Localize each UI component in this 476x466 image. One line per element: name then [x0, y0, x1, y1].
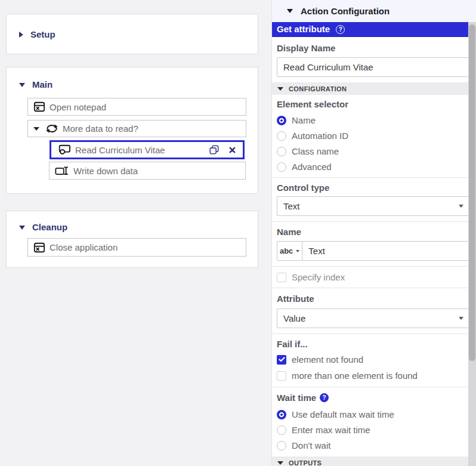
radio-label: Class name: [292, 146, 339, 157]
display-name-input[interactable]: [277, 57, 471, 77]
checkbox-label: element not found: [292, 354, 363, 365]
radio-label: Don't wait: [292, 440, 330, 451]
group-title: Cleanup: [32, 221, 67, 233]
flow-node-read-curriculum-vitae[interactable]: Read Curriculum Vitae: [50, 140, 245, 159]
radio-unselected-icon[interactable]: [277, 131, 286, 141]
checkbox-label: more than one element is found: [292, 370, 418, 381]
radio-option-class-name[interactable]: Class name: [277, 146, 471, 157]
node-label: Open notepad: [50, 102, 106, 112]
name-label: Name: [277, 226, 471, 237]
radio-option-advanced[interactable]: Advanced: [277, 161, 471, 172]
radio-label: Name: [292, 115, 316, 126]
configuration-bar-label: CONFIGURATION: [289, 85, 347, 92]
app-window-close-icon: [33, 101, 45, 113]
display-name-label: Display Name: [277, 42, 471, 54]
outputs-section-bar[interactable]: OUTPUTS: [272, 456, 476, 466]
workspace-canvas: Setup Main Open notepad: [0, 0, 271, 466]
action-configuration-panel: Action Configuration Get attribute ? Dis…: [271, 0, 476, 466]
chevron-down-icon: [19, 83, 25, 87]
element-capture-icon: [57, 144, 71, 156]
chevron-down-icon: [459, 317, 463, 320]
chevron-right-icon: [19, 32, 23, 38]
close-icon[interactable]: [228, 146, 236, 154]
control-type-select[interactable]: Text: [277, 196, 471, 216]
radio-option-enter-max-wait[interactable]: Enter max wait time: [277, 424, 471, 436]
control-type-value: Text: [283, 201, 300, 211]
divider: [272, 221, 476, 222]
checkbox-unchecked-icon[interactable]: [277, 371, 286, 381]
element-selector-section: Element selector Name Automation ID Clas…: [272, 98, 476, 172]
type-text-icon: [55, 166, 69, 176]
flow-node-open-notepad[interactable]: Open notepad: [27, 98, 246, 116]
group-card-cleanup: Cleanup Close application: [6, 211, 258, 268]
outputs-bar-label: OUTPUTS: [289, 459, 322, 466]
checkbox-option-more-than-one-element[interactable]: more than one element is found: [277, 370, 471, 381]
radio-selected-icon[interactable]: [277, 116, 286, 125]
flow-node-write-down-data[interactable]: Write down data: [49, 162, 246, 180]
help-circle-icon[interactable]: ?: [320, 393, 329, 402]
scrollbar-thumb[interactable]: [469, 24, 475, 361]
chevron-down-icon[interactable]: [33, 127, 39, 131]
value-type-label: abc: [280, 246, 293, 255]
group-title: Setup: [30, 29, 55, 41]
radio-label: Enter max wait time: [292, 424, 370, 436]
scrollbar-track[interactable]: [468, 22, 476, 466]
fail-if-section: Fail if... element not found more than o…: [272, 338, 476, 381]
name-input[interactable]: [302, 241, 471, 261]
name-section: Name abc: [272, 226, 476, 261]
attribute-label: Attribute: [277, 293, 471, 304]
radio-label: Use default max wait time: [292, 409, 394, 420]
help-circle-icon[interactable]: ?: [336, 25, 345, 34]
control-type-section: Control type Text: [272, 182, 476, 216]
checkbox-label: Specify index: [292, 271, 345, 283]
chevron-down-icon: [277, 87, 283, 91]
loop-icon: [45, 124, 58, 134]
wait-time-label: Wait time: [277, 392, 316, 403]
node-label: Close application: [50, 242, 118, 252]
action-type-title: Get attribute: [277, 23, 330, 36]
node-label: Write down data: [73, 166, 138, 176]
radio-unselected-icon[interactable]: [277, 162, 286, 172]
node-label: Read Curriculum Vitae: [75, 145, 165, 155]
copy-icon[interactable]: [209, 144, 220, 155]
attribute-value: Value: [283, 313, 305, 323]
flow-node-more-data-to-read[interactable]: More data to read?: [27, 120, 246, 137]
radio-selected-icon[interactable]: [277, 410, 286, 419]
panel-header-action-configuration[interactable]: Action Configuration: [272, 0, 476, 22]
radio-unselected-icon[interactable]: [277, 147, 286, 156]
wait-time-label-row: Wait time ?: [277, 392, 471, 403]
group-header-cleanup[interactable]: Cleanup: [19, 221, 67, 233]
panel-title: Action Configuration: [301, 6, 390, 16]
checkbox-unchecked-icon[interactable]: [277, 273, 286, 282]
chevron-down-icon: [296, 250, 299, 252]
action-type-bar: Get attribute ?: [272, 22, 476, 37]
chevron-down-icon: [287, 9, 293, 13]
value-type-dropdown[interactable]: abc: [277, 241, 302, 261]
radio-option-name[interactable]: Name: [277, 115, 471, 126]
radio-option-automation-id[interactable]: Automation ID: [277, 130, 471, 141]
chevron-down-icon: [19, 226, 25, 230]
flow-node-close-application[interactable]: Close application: [27, 238, 246, 257]
configuration-section-bar[interactable]: CONFIGURATION: [272, 82, 476, 95]
specify-index-section: Specify index: [272, 271, 476, 283]
radio-option-dont-wait[interactable]: Don't wait: [277, 440, 471, 451]
radio-option-use-default-max-wait[interactable]: Use default max wait time: [277, 409, 471, 420]
radio-unselected-icon[interactable]: [277, 441, 286, 450]
checkbox-checked-icon[interactable]: [277, 355, 286, 365]
app-window-close-icon: [33, 242, 45, 254]
divider: [272, 266, 476, 267]
group-title: Main: [32, 79, 52, 91]
divider: [272, 334, 476, 334]
group-header-setup[interactable]: Setup: [19, 29, 55, 41]
radio-label: Advanced: [292, 161, 332, 172]
group-header-main[interactable]: Main: [19, 79, 52, 91]
attribute-select[interactable]: Value: [277, 308, 471, 328]
divider: [272, 387, 476, 387]
element-selector-label: Element selector: [277, 98, 471, 110]
checkbox-option-element-not-found[interactable]: element not found: [277, 354, 471, 365]
flow-editor: Setup Main Open notepad: [0, 0, 476, 466]
group-card-setup: Setup: [6, 14, 258, 54]
checkbox-option-specify-index[interactable]: Specify index: [277, 271, 471, 283]
group-card-main: Main Open notepad: [6, 67, 258, 194]
radio-unselected-icon[interactable]: [277, 425, 286, 435]
